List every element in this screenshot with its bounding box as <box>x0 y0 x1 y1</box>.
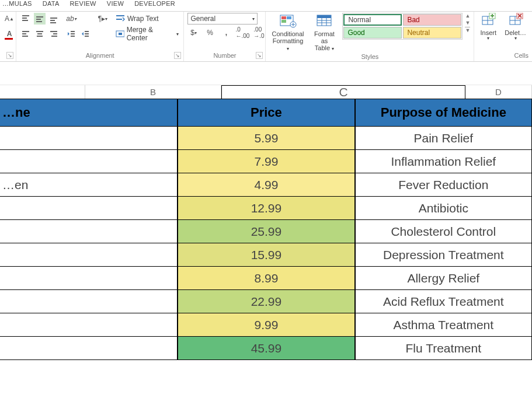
align-right-button[interactable] <box>48 28 60 40</box>
cell[interactable]: Price <box>178 99 354 127</box>
cell[interactable] <box>0 196 178 220</box>
cell[interactable] <box>0 219 178 243</box>
col-header-b[interactable]: B <box>85 85 221 99</box>
svg-rect-24 <box>116 15 124 16</box>
svg-rect-21 <box>85 31 89 32</box>
alignment-dialog-launcher[interactable]: ↘ <box>174 52 181 59</box>
cell-styles-gallery[interactable]: Normal Bad Good Neutral <box>342 13 463 40</box>
svg-rect-25 <box>116 19 122 20</box>
delete-cells-button[interactable]: Delet… ▾ <box>502 13 528 41</box>
cell[interactable] <box>0 266 178 290</box>
format-as-table-button[interactable]: Format as Table ▾ <box>310 13 339 52</box>
cell[interactable]: 7.99 <box>178 149 354 173</box>
style-bad[interactable]: Bad <box>403 14 461 26</box>
cell[interactable] <box>0 149 178 173</box>
cell[interactable]: …ne <box>0 99 178 127</box>
col-header-a[interactable] <box>0 85 85 99</box>
style-good[interactable]: Good <box>343 27 402 39</box>
cell[interactable]: Flu Treatment <box>355 336 532 360</box>
svg-rect-16 <box>53 33 57 34</box>
cell[interactable]: 4.99 <box>178 173 354 197</box>
merge-center-button[interactable]: Merge & Center ▾ <box>114 28 180 40</box>
align-left-button[interactable] <box>20 28 32 40</box>
svg-rect-27 <box>119 33 122 35</box>
increase-decimal-button[interactable]: .0←.00 <box>237 27 248 39</box>
number-format-dropdown[interactable]: General ▾ <box>187 13 258 25</box>
cell[interactable] <box>0 126 178 150</box>
styles-group-label: Styles <box>269 52 470 62</box>
col-header-d[interactable]: D <box>465 85 532 99</box>
tab-developer[interactable]: DEVELOPER <box>134 0 175 7</box>
decrease-indent-button[interactable] <box>65 28 77 40</box>
orientation-button[interactable]: ab▾ <box>65 13 77 25</box>
accounting-format-button[interactable]: $ ▾ <box>187 27 199 39</box>
cell[interactable] <box>0 336 178 360</box>
cell[interactable]: Fever Reduction <box>355 173 532 197</box>
cell[interactable]: 25.99 <box>178 219 354 243</box>
style-normal[interactable]: Normal <box>343 14 402 26</box>
col-header-c[interactable]: C <box>221 85 465 99</box>
cell[interactable]: 8.99 <box>178 266 354 290</box>
tab-review[interactable]: REVIEW <box>70 0 96 7</box>
wrap-text-icon <box>116 14 125 23</box>
align-bottom-button[interactable] <box>48 13 60 25</box>
ltr-button[interactable]: ¶▸▾ <box>97 13 109 25</box>
cell[interactable]: Inflammation Relief <box>355 149 532 173</box>
number-dialog-launcher[interactable]: ↘ <box>256 52 263 59</box>
worksheet-grid[interactable]: B C D …nePricePurpose of Medicine5.99Pai… <box>0 85 532 360</box>
cell[interactable]: Cholesterol Control <box>355 219 532 243</box>
align-top-button[interactable] <box>20 13 32 25</box>
cell[interactable]: Depression Treatment <box>355 243 532 267</box>
insert-cells-button[interactable]: Insert ▾ <box>478 13 499 41</box>
styles-scroll-up[interactable]: ▲ <box>465 13 470 19</box>
increase-indent-button[interactable] <box>79 28 91 40</box>
chevron-down-icon: ▾ <box>514 36 517 41</box>
cell[interactable]: Allergy Relief <box>355 266 532 290</box>
increase-font-button[interactable]: A▲ <box>4 13 15 25</box>
wrap-text-button[interactable]: Wrap Text <box>114 13 180 25</box>
svg-rect-8 <box>50 22 56 23</box>
comma-format-button[interactable]: , <box>220 27 232 39</box>
cell[interactable]: …en <box>0 173 178 197</box>
align-center-button[interactable] <box>34 28 46 40</box>
decrease-decimal-button[interactable]: .00→.0 <box>253 27 265 39</box>
table-row: 22.99Acid Reflux Treatment <box>0 289 532 313</box>
tab-view[interactable]: VIEW <box>107 0 124 7</box>
svg-rect-0 <box>22 15 29 16</box>
ribbon-tabs: …MULAS DATA REVIEW VIEW DEVELOPER <box>0 0 532 12</box>
cell[interactable]: Acid Reflux Treatment <box>355 289 532 313</box>
cell[interactable] <box>0 313 178 337</box>
styles-more[interactable]: ▼ <box>465 27 470 33</box>
align-middle-button[interactable] <box>34 13 46 25</box>
insert-cells-icon <box>480 13 496 28</box>
style-neutral[interactable]: Neutral <box>403 27 461 39</box>
cell[interactable] <box>0 243 178 267</box>
percent-format-button[interactable]: % <box>204 27 215 39</box>
format-as-table-icon <box>315 13 333 29</box>
cell[interactable]: 12.99 <box>178 196 354 220</box>
cell[interactable]: 15.99 <box>178 243 354 267</box>
cell[interactable] <box>0 289 178 313</box>
cell[interactable]: Antibiotic <box>355 196 532 220</box>
table-row: 15.99Depression Treatment <box>0 243 532 267</box>
cell[interactable]: Asthma Treatment <box>355 313 532 337</box>
cell[interactable]: Pain Relief <box>355 126 532 150</box>
svg-rect-31 <box>281 20 286 23</box>
font-color-button[interactable]: A <box>4 28 15 40</box>
table-row: 7.99Inflammation Relief <box>0 149 532 173</box>
cell[interactable]: 9.99 <box>178 313 354 337</box>
cell[interactable]: 22.99 <box>178 289 354 313</box>
conditional-formatting-button[interactable]: Conditional Formatting ▾ <box>269 13 306 52</box>
cell[interactable]: Purpose of Medicine <box>355 99 532 127</box>
styles-scroll-down[interactable]: ▼ <box>465 20 470 26</box>
number-format-value: General <box>190 15 215 23</box>
svg-rect-1 <box>22 18 27 19</box>
cell[interactable]: 5.99 <box>178 126 354 150</box>
font-dialog-launcher[interactable]: ↘ <box>6 52 13 59</box>
tab-formulas[interactable]: …MULAS <box>2 0 32 7</box>
chevron-down-icon: ▾ <box>332 46 334 51</box>
cell[interactable]: 45.99 <box>178 336 354 360</box>
tab-data[interactable]: DATA <box>43 0 60 7</box>
alignment-group-label: Alignment <box>20 51 180 61</box>
column-headers: B C D <box>0 85 532 99</box>
